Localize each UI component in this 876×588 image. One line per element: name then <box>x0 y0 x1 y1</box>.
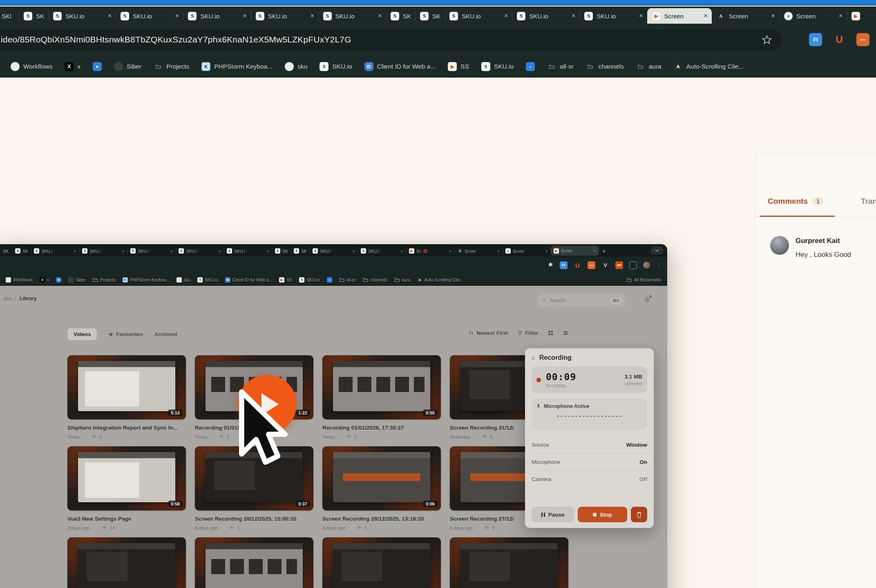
inner-extension-gif-icon[interactable]: GIF <box>615 261 623 269</box>
video-card[interactable]: 1:02Screen Recording 24/12/2025, 20:16:5… <box>450 537 568 588</box>
tab-skl[interactable]: SSKl <box>19 8 48 24</box>
video-card[interactable]: 0:06Screen Recording 28/12/2025, 13:18:2… <box>322 446 441 530</box>
search-input[interactable]: Search... ⌘K <box>539 294 625 307</box>
tab-search-chevron-icon[interactable] <box>651 246 663 254</box>
tab-sku.i[interactable]: SSKU.i× <box>176 245 224 256</box>
tab-close-icon[interactable]: × <box>545 249 548 254</box>
new-tab-button[interactable]: + <box>599 245 609 256</box>
tab-sku.i[interactable]: SSKU.i× <box>358 245 406 256</box>
list-view-button[interactable] <box>563 330 568 336</box>
inner-extensions-puzzle-icon[interactable] <box>629 261 637 269</box>
bookmark-auto-scrolling-clie-[interactable]: AAuto-Scrolling Clie... <box>674 62 744 71</box>
bookmark-sku-io[interactable]: SSKU.io <box>481 62 514 71</box>
video-card[interactable]: 5:13Shiphero Integration Report and Sync… <box>67 355 186 439</box>
bookmark-sku-io[interactable]: SSKU.io <box>197 277 218 283</box>
tab-sk[interactable]: SK <box>0 245 12 256</box>
tab-close-icon[interactable]: × <box>704 12 707 20</box>
tab-close-icon[interactable]: × <box>175 12 179 20</box>
inner-extension-v-icon[interactable]: V <box>601 261 609 269</box>
tab-sku.io[interactable]: SSKU.io× <box>318 8 386 24</box>
bookmark-client-id-for-web-a-[interactable]: IDClient ID for Web a... <box>364 62 436 71</box>
setting-row-microphone[interactable]: MicrophoneOn <box>532 453 647 470</box>
bookmark-phpstorm-keyboa-[interactable]: KPHPStorm Keyboa... <box>201 62 273 71</box>
tab-sku.i[interactable]: SSKU.i× <box>127 245 176 256</box>
tab-transcript[interactable]: Trans <box>861 197 876 206</box>
tab-close-icon[interactable]: × <box>353 249 355 254</box>
all-bookmarks-button[interactable]: All Bookmarks <box>626 277 661 282</box>
video-thumbnail[interactable]: 0:21 <box>67 537 186 588</box>
setting-row-source[interactable]: SourceWindow <box>532 436 647 453</box>
pause-button[interactable]: Pause <box>532 507 574 522</box>
video-thumbnail[interactable]: 6:38 <box>322 537 441 588</box>
video-card[interactable]: 0:21Screen Recording 27/12/2025, 21:49:5… <box>67 537 186 588</box>
tab-close-icon[interactable]: × <box>310 12 314 20</box>
bookmark-aura[interactable]: aura <box>636 62 661 71</box>
bookmark-channels[interactable]: channels <box>363 277 387 283</box>
video-thumbnail[interactable]: 0:55 <box>322 355 441 419</box>
tab-scree[interactable]: AScree× <box>454 245 503 256</box>
tab-close-icon[interactable]: × <box>108 12 112 20</box>
inner-menu-kebab-icon[interactable]: ⋮ <box>656 262 661 268</box>
tab-screen[interactable]: ●Screen× <box>779 8 847 24</box>
extension-u-icon[interactable]: U <box>833 33 846 46</box>
bookmark-projects[interactable]: Projects <box>93 277 116 283</box>
extension-menu-icon[interactable]: ••• <box>856 33 869 46</box>
inner-extension-u-icon[interactable]: U <box>574 261 581 269</box>
tab-close-icon[interactable]: × <box>267 249 269 254</box>
tab-close-icon[interactable]: × <box>839 12 842 20</box>
bookmark-channels[interactable]: channels <box>586 62 624 71</box>
tab-sc[interactable]: ▶Sc× <box>406 245 454 256</box>
video-thumbnail[interactable]: 0:27 <box>195 537 313 588</box>
breadcrumb[interactable]: ace / Library <box>3 296 37 301</box>
tab-sku.i[interactable]: SSKU.i× <box>310 245 358 256</box>
bookmark-aura[interactable]: aura <box>394 277 410 283</box>
tab-sk[interactable]: SSK <box>291 245 310 256</box>
video-thumbnail[interactable]: 0:58 <box>67 446 186 510</box>
tab-favourites[interactable]: ★ Favourites <box>108 331 143 337</box>
tab-sku.io[interactable]: SSKU.io× <box>445 8 512 24</box>
bookmark-star-filled-icon[interactable] <box>548 261 554 269</box>
tab-close-icon[interactable]: × <box>219 249 221 254</box>
tab-sku.io[interactable]: SSKU.io× <box>116 8 183 24</box>
tab-sku.io[interactable]: SSKU.io× <box>579 8 647 24</box>
tab-sk[interactable]: SSK <box>12 245 31 256</box>
video-card[interactable]: 6:38Screen Recording 25/12/2025, 16:28:3… <box>322 537 441 588</box>
bookmark-blue-rocket[interactable]: ➤ <box>93 62 102 71</box>
bookmark-client-id-for-web-a-[interactable]: IDClient ID for Web a... <box>225 277 272 283</box>
bookmark-projects[interactable]: Projects <box>154 62 189 71</box>
tab-screen[interactable]: AScreen× <box>712 8 779 24</box>
sort-button[interactable]: Newest First <box>469 330 508 336</box>
bookmark-siber[interactable]: Siber <box>68 277 86 283</box>
bookmark-sku[interactable]: sku <box>285 62 307 71</box>
bookmark-sku-io[interactable]: SSKU.io <box>320 62 352 71</box>
grid-view-button[interactable] <box>548 330 553 336</box>
bookmark-ss[interactable]: ▶SS <box>448 62 469 71</box>
tab-close-icon[interactable]: × <box>572 12 575 20</box>
tab-close-icon[interactable]: × <box>594 248 596 253</box>
tab-skl[interactable]: SSKl <box>415 8 445 24</box>
tab-close-icon[interactable]: × <box>497 249 500 254</box>
setting-row-camera[interactable]: CameraOff <box>532 470 647 488</box>
tab-archived[interactable]: Archived <box>154 331 177 337</box>
tab-screen[interactable]: ▶Screen× <box>647 8 712 24</box>
tab-comments[interactable]: Comments 1 <box>768 197 823 206</box>
bookmark-all-sr[interactable]: all-sr <box>547 62 574 71</box>
tab-close-icon[interactable]: × <box>170 249 173 254</box>
tab-screen[interactable]: ▶ <box>847 8 876 24</box>
inner-extension-fi-icon[interactable]: FI <box>560 261 568 269</box>
bookmark-star-icon[interactable] <box>762 35 772 45</box>
bookmark-sku-io[interactable]: SSKU.io <box>299 277 320 283</box>
filter-button[interactable]: Filter <box>518 330 538 336</box>
video-thumbnail[interactable]: 0:06 <box>322 446 441 510</box>
settings-gear-icon[interactable] <box>644 296 650 305</box>
tab-scree[interactable]: ●Scree× <box>503 245 551 256</box>
tab-sku.i[interactable]: SSKU.i× <box>31 245 79 256</box>
inner-extension-menu-icon[interactable]: ••• <box>588 261 595 269</box>
delete-recording-button[interactable] <box>631 507 647 522</box>
tab-sk[interactable]: SSK <box>272 245 291 256</box>
bookmark-x[interactable]: Xx <box>65 62 80 71</box>
tab-scree[interactable]: ▶Scree× <box>551 246 599 256</box>
tab-close-icon[interactable]: × <box>74 249 76 254</box>
tab-sku.io[interactable]: SSKU.io× <box>183 8 250 24</box>
video-thumbnail[interactable]: 5:13 <box>67 355 186 419</box>
